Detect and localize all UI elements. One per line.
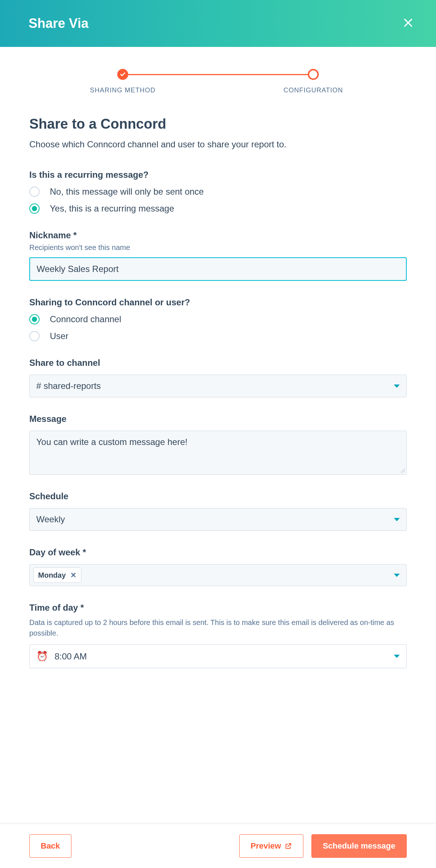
step-connector bbox=[123, 74, 313, 75]
schedule-select[interactable]: Weekly bbox=[29, 508, 407, 531]
target-user-option[interactable]: User bbox=[29, 331, 407, 341]
day-of-week-field: Day of week * Monday ✕ bbox=[29, 547, 407, 586]
channel-value: # shared-reports bbox=[36, 381, 101, 391]
message-field: Message You can write a custom message h… bbox=[29, 414, 407, 475]
message-label: Message bbox=[29, 414, 407, 424]
nickname-field: Nickname * Recipients won't see this nam… bbox=[29, 230, 407, 281]
day-chip: Monday ✕ bbox=[33, 567, 81, 583]
radio-checked-icon bbox=[29, 203, 40, 214]
chevron-down-icon bbox=[394, 385, 400, 388]
day-of-week-select[interactable]: Monday ✕ bbox=[29, 564, 407, 586]
time-of-day-field: Time of day * Data is captured up to 2 h… bbox=[29, 603, 407, 668]
radio-label: Yes, this is a recurring message bbox=[50, 203, 174, 214]
time-of-day-select[interactable]: ⏰ 8:00 AM bbox=[29, 644, 407, 668]
channel-label: Share to channel bbox=[29, 358, 407, 368]
chevron-down-icon bbox=[394, 574, 400, 577]
nickname-label: Nickname * bbox=[29, 230, 407, 240]
recurring-yes-option[interactable]: Yes, this is a recurring message bbox=[29, 203, 407, 214]
page-subtitle: Choose which Conncord channel and user t… bbox=[29, 139, 407, 150]
radio-label: User bbox=[50, 331, 69, 341]
step-done-icon bbox=[117, 69, 128, 80]
channel-field: Share to channel # shared-reports bbox=[29, 358, 407, 397]
target-field: Sharing to Conncord channel or user? Con… bbox=[29, 297, 407, 341]
recurring-label: Is this a recurring message? bbox=[29, 170, 407, 180]
nickname-help: Recipients won't see this name bbox=[29, 243, 407, 252]
time-of-day-help: Data is captured up to 2 hours before th… bbox=[29, 617, 407, 639]
form-content: Share to a Conncord Choose which Conncor… bbox=[0, 109, 436, 758]
stepper: SHARING METHOD CONFIGURATION bbox=[0, 47, 436, 109]
time-value: 8:00 AM bbox=[55, 651, 87, 662]
step-sharing-method: SHARING METHOD bbox=[27, 69, 218, 94]
message-textarea[interactable]: You can write a custom message here! bbox=[29, 431, 407, 475]
step-configuration: CONFIGURATION bbox=[218, 69, 409, 94]
step-label: CONFIGURATION bbox=[284, 87, 343, 94]
recurring-field: Is this a recurring message? No, this me… bbox=[29, 170, 407, 214]
clock-icon: ⏰ bbox=[36, 651, 48, 662]
recurring-no-option[interactable]: No, this message will only be sent once bbox=[29, 187, 407, 197]
radio-label: No, this message will only be sent once bbox=[50, 187, 204, 197]
nickname-input[interactable] bbox=[29, 257, 407, 281]
page-title: Share to a Conncord bbox=[29, 116, 407, 132]
target-channel-option[interactable]: Conncord channel bbox=[29, 314, 407, 324]
schedule-field: Schedule Weekly bbox=[29, 491, 407, 531]
channel-select[interactable]: # shared-reports bbox=[29, 375, 407, 397]
time-of-day-label: Time of day * bbox=[29, 603, 407, 613]
target-label: Sharing to Conncord channel or user? bbox=[29, 297, 407, 308]
message-value: You can write a custom message here! bbox=[36, 437, 188, 447]
step-label: SHARING METHOD bbox=[90, 87, 155, 94]
radio-icon bbox=[29, 331, 40, 341]
schedule-value: Weekly bbox=[36, 514, 65, 525]
radio-label: Conncord channel bbox=[50, 314, 121, 324]
modal-title: Share Via bbox=[29, 16, 88, 31]
schedule-label: Schedule bbox=[29, 491, 407, 501]
step-current-icon bbox=[308, 69, 319, 80]
radio-checked-icon bbox=[29, 314, 40, 324]
chip-label: Monday bbox=[38, 571, 66, 580]
close-icon[interactable] bbox=[402, 16, 414, 31]
chevron-down-icon bbox=[394, 655, 400, 658]
modal-header: Share Via bbox=[0, 0, 436, 47]
chevron-down-icon bbox=[394, 518, 400, 521]
radio-icon bbox=[29, 187, 40, 197]
chip-remove-icon[interactable]: ✕ bbox=[70, 571, 77, 580]
day-of-week-label: Day of week * bbox=[29, 547, 407, 558]
